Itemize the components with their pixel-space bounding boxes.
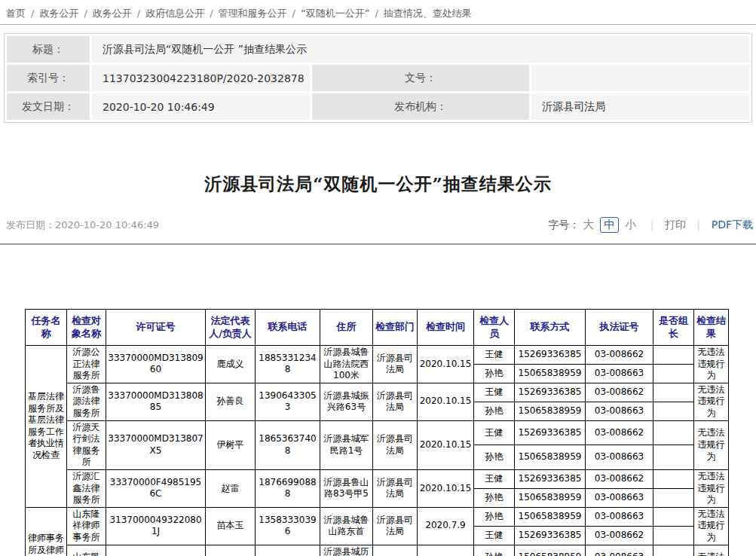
meta-title-value: 沂源县司法局“双随机一公开 ”抽查结果公示 xyxy=(92,36,749,63)
cell-inspect-department: 沂源县司法局 xyxy=(373,507,418,545)
cell-inspect-result: 无违法违规行为 xyxy=(694,420,729,469)
cell-inspector-contact: 15065838959 xyxy=(515,545,586,556)
pdf-download-button[interactable]: PDF下载 xyxy=(712,218,753,232)
meta-index-value: 11370323004223180P/2020-2032878 xyxy=(92,65,310,91)
cell-inspector-name: 王健 xyxy=(474,346,515,365)
cell-is-team-leader xyxy=(653,364,694,383)
page-title: 沂源县司法局“双随机一公开”抽查结果公示 xyxy=(0,173,756,196)
table-row: 沂源汇鑫法律服务所33370000F49851956C赵雷18766990888… xyxy=(26,469,729,488)
publish-date-label: 发布日期： xyxy=(6,219,55,231)
cell-inspect-result: 无违法违规行为 xyxy=(694,383,729,420)
cell-inspector-name: 王健 xyxy=(474,420,515,445)
cell-inspector-contact: 15065838959 xyxy=(515,507,586,526)
column-header: 检查对象名称 xyxy=(67,310,106,346)
content-divider xyxy=(0,243,756,245)
meta-docno-label: 文号： xyxy=(312,65,530,91)
cell-inspector-cert-number: 03-008662 xyxy=(586,526,653,545)
cell-legal-representative: 伊树平 xyxy=(206,420,256,469)
cell-address: 沂源县城鲁山路东首 xyxy=(320,507,373,545)
breadcrumb-item[interactable]: 管理和服务公开 xyxy=(219,8,287,19)
breadcrumb-item[interactable]: 首页 xyxy=(6,8,26,19)
breadcrumb-item[interactable]: 政府信息公开 xyxy=(145,8,204,19)
cell-task-name: 基层法律服务所及基层法律服务工作者执业情况检查 xyxy=(26,346,67,508)
column-header: 法定代表人/负责人 xyxy=(206,310,256,346)
column-header: 是否组长 xyxy=(653,310,694,346)
cell-inspect-date: 2020.10.15 xyxy=(418,346,474,383)
column-header: 联系电话 xyxy=(256,310,320,346)
cell-contact-phone: 18766990888 xyxy=(256,469,320,507)
cell-address: 沂源县城鲁山路法院西100米 xyxy=(320,346,373,383)
cell-inspector-cert-number: 03-008662 xyxy=(586,383,653,402)
cell-license-number: 31370000493220801J xyxy=(106,507,206,545)
cell-inspect-date: 2020.10.15 xyxy=(418,420,474,469)
column-header: 检查时间 xyxy=(418,310,474,346)
publish-date-value: 2020-10-20 10:46:49 xyxy=(55,219,159,231)
cell-license-number: 33370000F49851956C xyxy=(106,469,206,507)
cell-target-name: 沂源公正法律服务所 xyxy=(67,346,106,383)
cell-target-name: 沂源汇鑫法律服务所 xyxy=(67,469,106,507)
cell-target-name: 沂源鲁源法律服务所 xyxy=(67,383,106,420)
font-size-medium-button[interactable]: 中 xyxy=(600,217,619,233)
cell-inspect-result: 无违法违规行为 xyxy=(694,469,729,507)
cell-inspect-department: 沂源县司法局 xyxy=(373,346,418,383)
font-size-small-button[interactable]: 小 xyxy=(625,218,636,232)
cell-inspector-contact: 15065838959 xyxy=(515,402,586,420)
cell-is-team-leader xyxy=(653,488,694,507)
cell-task-name: 律师事务所及律师执业情况 xyxy=(26,507,67,556)
cell-inspect-result: 无违法违规行为 xyxy=(694,346,729,383)
publish-date: 发布日期：2020-10-20 10:46:49 xyxy=(6,218,159,232)
breadcrumb-item[interactable]: 政务公开 xyxy=(39,8,78,19)
cell-legal-representative: 宋志民 xyxy=(206,545,256,556)
font-size-large-button[interactable]: 大 xyxy=(583,218,594,232)
print-button[interactable]: 打印 xyxy=(665,218,686,232)
cell-is-team-leader xyxy=(653,402,694,420)
meta-org-value: 沂源县司法局 xyxy=(531,93,749,120)
column-header: 许可证号 xyxy=(106,310,206,346)
cell-inspector-contact: 15269336385 xyxy=(515,469,586,488)
cell-license-number: 33370000MD313807X5 xyxy=(106,420,206,469)
cell-contact-phone: 13583330396 xyxy=(256,507,320,545)
cell-inspect-department: 沂源县司法局 xyxy=(373,420,418,469)
cell-legal-representative: 赵雷 xyxy=(206,469,256,507)
cell-inspector-name: 孙艳 xyxy=(474,507,515,526)
cell-inspector-contact: 15065838959 xyxy=(515,364,586,383)
cell-address: 沂源县城振兴路63号 xyxy=(320,383,373,420)
column-header: 住所 xyxy=(320,310,373,346)
breadcrumb-item[interactable]: 抽查情况、查处结果 xyxy=(384,8,472,19)
cell-is-team-leader xyxy=(653,507,694,526)
breadcrumb-separator: / xyxy=(137,8,140,19)
cell-inspector-contact: 15269336385 xyxy=(515,420,586,445)
cell-inspector-contact: 15269336385 xyxy=(515,383,586,402)
article-toolbar: 字号： 大 中 小 ｜ 打印 ｜ PDF下载 xyxy=(548,217,753,233)
toolbar-separator: ｜ xyxy=(693,218,704,232)
cell-inspector-cert-number: 03-008663 xyxy=(586,545,653,556)
cell-is-team-leader xyxy=(653,383,694,402)
table-row: 基层法律服务所及基层法律服务工作者执业情况检查沂源公正法律服务所33370000… xyxy=(26,346,729,365)
cell-inspector-cert-number: 03-008662 xyxy=(586,469,653,488)
cell-legal-representative: 鹿成义 xyxy=(206,346,256,383)
cell-inspector-name: 孙艳 xyxy=(474,364,515,383)
cell-contact-phone: 13906433053 xyxy=(256,383,320,420)
cell-legal-representative: 苗本玉 xyxy=(206,507,256,545)
breadcrumb-item[interactable]: “双随机一公开” xyxy=(301,8,369,19)
table-row: 沂源天行剑法律服务所33370000MD313807X5伊树平186536374… xyxy=(26,420,729,445)
column-header: 任务名称 xyxy=(26,310,67,346)
cell-inspector-name: 孙艳 xyxy=(474,445,515,470)
cell-inspect-result: 无违法违规行为 xyxy=(694,507,729,545)
breadcrumb-item[interactable]: 政务公开 xyxy=(93,8,132,19)
inspection-table-wrap: 任务名称检查对象名称许可证号法定代表人/负责人联系电话住所检查部门检查时间检查人… xyxy=(25,309,756,556)
cell-is-team-leader xyxy=(653,420,694,445)
table-header-row: 任务名称检查对象名称许可证号法定代表人/负责人联系电话住所检查部门检查时间检查人… xyxy=(26,310,729,346)
column-header: 检查部门 xyxy=(373,310,418,346)
meta-docno-value xyxy=(531,65,749,91)
toolbar-separator: ｜ xyxy=(647,218,657,232)
cell-target-name: 山东隆祥律师事务所 xyxy=(67,507,106,545)
meta-index-label: 索引号： xyxy=(7,65,90,91)
cell-inspector-name: 王健 xyxy=(474,383,515,402)
cell-inspect-result: 无违法违规行为 xyxy=(694,545,729,556)
cell-inspector-cert-number: 03-008662 xyxy=(586,420,653,445)
cell-inspector-cert-number: 03-008662 xyxy=(586,346,653,365)
breadcrumb: 首页/政务公开/政务公开/政府信息公开/管理和服务公开/“双随机一公开”/抽查情… xyxy=(0,0,756,24)
cell-inspect-department: 沂源县司法局 xyxy=(373,545,418,556)
table-row: 沂源鲁源法律服务所33370000MD31380885孙善良1390643305… xyxy=(26,383,729,402)
